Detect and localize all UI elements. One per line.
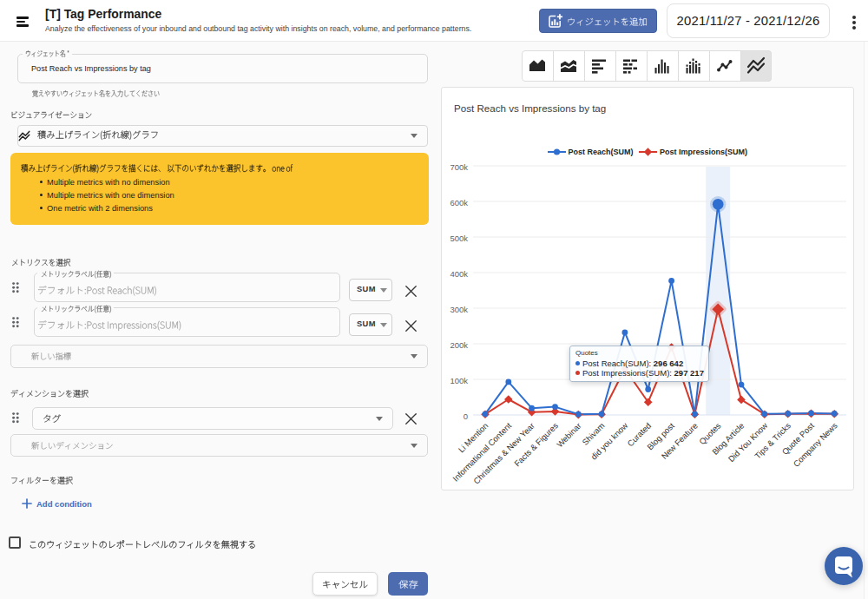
svg-text:400k: 400k: [450, 269, 468, 279]
svg-text:100k: 100k: [450, 376, 468, 385]
svg-text:200k: 200k: [450, 340, 468, 350]
svg-text:0: 0: [464, 411, 468, 421]
svg-text:300k: 300k: [450, 305, 468, 314]
svg-text:500k: 500k: [450, 234, 468, 243]
svg-text:Webinar: Webinar: [555, 421, 583, 450]
svg-text:700k: 700k: [450, 162, 468, 172]
svg-text:600k: 600k: [450, 198, 468, 207]
